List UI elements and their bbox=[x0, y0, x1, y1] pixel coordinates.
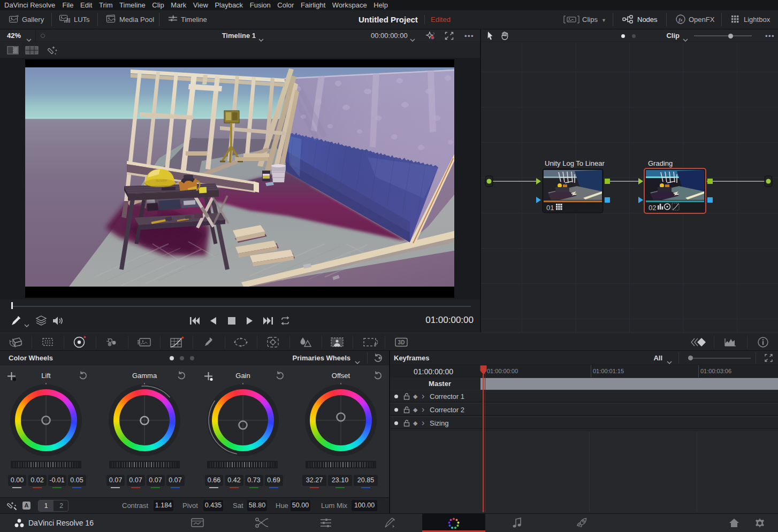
svg-text:01: 01 bbox=[546, 204, 554, 212]
svg-text:Grading: Grading bbox=[648, 159, 673, 167]
svg-text:3D: 3D bbox=[398, 340, 405, 345]
svg-text:Unity Log To Linear: Unity Log To Linear bbox=[545, 159, 605, 167]
svg-text:fx: fx bbox=[678, 17, 683, 22]
svg-text:02: 02 bbox=[649, 204, 656, 212]
